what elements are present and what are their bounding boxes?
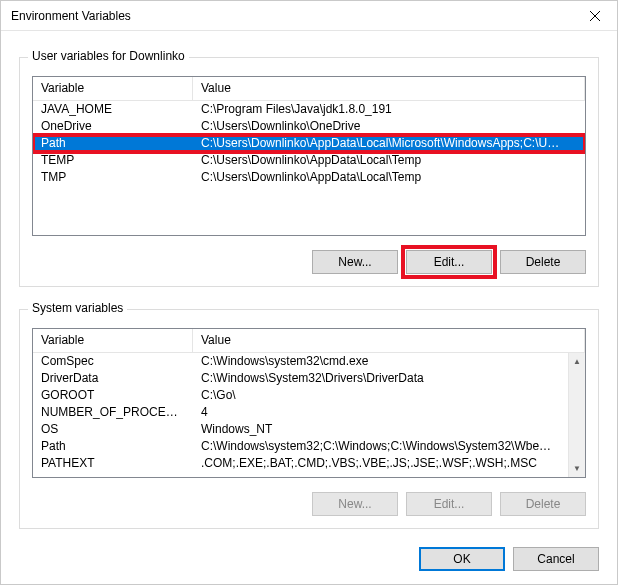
table-row[interactable]: OS Windows_NT: [33, 421, 568, 438]
user-variables-list[interactable]: Variable Value JAVA_HOME C:\Program File…: [32, 76, 586, 236]
list-header: Variable Value: [33, 329, 585, 353]
close-button[interactable]: [572, 1, 617, 31]
cell-variable: OS: [33, 421, 193, 438]
system-variables-list[interactable]: Variable Value ComSpec C:\Windows\system…: [32, 328, 586, 478]
cell-variable: TMP: [33, 169, 193, 186]
cell-value: C:\Users\Downlinko\AppData\Local\Microso…: [193, 135, 585, 152]
vertical-scrollbar[interactable]: ▲ ▼: [568, 353, 585, 477]
col-header-value[interactable]: Value: [193, 329, 585, 352]
table-row[interactable]: JAVA_HOME C:\Program Files\Java\jdk1.8.0…: [33, 101, 585, 118]
cell-variable: JAVA_HOME: [33, 101, 193, 118]
list-body: JAVA_HOME C:\Program Files\Java\jdk1.8.0…: [33, 101, 585, 235]
close-icon: [590, 11, 600, 21]
cell-value: C:\Users\Downlinko\AppData\Local\Temp: [193, 152, 585, 169]
list-header: Variable Value: [33, 77, 585, 101]
new-button[interactable]: New...: [312, 492, 398, 516]
table-row[interactable]: OneDrive C:\Users\Downlinko\OneDrive: [33, 118, 585, 135]
system-group-label: System variables: [28, 301, 127, 315]
cell-variable: GOROOT: [33, 387, 193, 404]
col-header-variable[interactable]: Variable: [33, 329, 193, 352]
table-row[interactable]: TMP C:\Users\Downlinko\AppData\Local\Tem…: [33, 169, 585, 186]
env-vars-dialog: Environment Variables User variables for…: [0, 0, 618, 585]
edit-button[interactable]: Edit...: [406, 492, 492, 516]
delete-button[interactable]: Delete: [500, 492, 586, 516]
dialog-content: User variables for Downlinko Variable Va…: [1, 31, 617, 585]
cell-value: C:\Go\: [193, 387, 568, 404]
system-button-row: New... Edit... Delete: [32, 492, 586, 516]
cell-value: 4: [193, 404, 568, 421]
cell-value: .COM;.EXE;.BAT;.CMD;.VBS;.VBE;.JS;.JSE;.…: [193, 455, 568, 472]
window-title: Environment Variables: [11, 9, 572, 23]
cell-value: C:\Users\Downlinko\AppData\Local\Temp: [193, 169, 585, 186]
table-row[interactable]: NUMBER_OF_PROCESSORS 4: [33, 404, 568, 421]
cell-variable: ComSpec: [33, 353, 193, 370]
table-row[interactable]: PATHEXT .COM;.EXE;.BAT;.CMD;.VBS;.VBE;.J…: [33, 455, 568, 472]
system-variables-group: System variables Variable Value ComSpec …: [19, 309, 599, 529]
dialog-button-row: OK Cancel: [19, 547, 599, 571]
user-group-label: User variables for Downlinko: [28, 49, 189, 63]
table-row[interactable]: Path C:\Windows\system32;C:\Windows;C:\W…: [33, 438, 568, 455]
col-header-value[interactable]: Value: [193, 77, 585, 100]
user-button-row: New... Edit... Delete: [32, 250, 586, 274]
cell-value: Windows_NT: [193, 421, 568, 438]
scroll-down-icon[interactable]: ▼: [569, 460, 585, 477]
table-row[interactable]: ComSpec C:\Windows\system32\cmd.exe: [33, 353, 568, 370]
table-row[interactable]: TEMP C:\Users\Downlinko\AppData\Local\Te…: [33, 152, 585, 169]
cell-variable: NUMBER_OF_PROCESSORS: [33, 404, 193, 421]
cell-value: C:\Windows\System32\Drivers\DriverData: [193, 370, 568, 387]
cell-value: C:\Windows\system32;C:\Windows;C:\Window…: [193, 438, 568, 455]
new-button[interactable]: New...: [312, 250, 398, 274]
user-variables-group: User variables for Downlinko Variable Va…: [19, 57, 599, 287]
cell-variable: TEMP: [33, 152, 193, 169]
delete-button[interactable]: Delete: [500, 250, 586, 274]
table-row[interactable]: GOROOT C:\Go\: [33, 387, 568, 404]
ok-button[interactable]: OK: [419, 547, 505, 571]
table-row-selected[interactable]: Path C:\Users\Downlinko\AppData\Local\Mi…: [33, 135, 585, 152]
cell-variable: Path: [33, 438, 193, 455]
cell-value: C:\Program Files\Java\jdk1.8.0_191: [193, 101, 585, 118]
cell-value: C:\Users\Downlinko\OneDrive: [193, 118, 585, 135]
cancel-button[interactable]: Cancel: [513, 547, 599, 571]
list-body: ComSpec C:\Windows\system32\cmd.exe Driv…: [33, 353, 585, 477]
scroll-up-icon[interactable]: ▲: [569, 353, 585, 370]
edit-button[interactable]: Edit...: [406, 250, 492, 274]
cell-variable: OneDrive: [33, 118, 193, 135]
cell-variable: DriverData: [33, 370, 193, 387]
table-row[interactable]: DriverData C:\Windows\System32\Drivers\D…: [33, 370, 568, 387]
cell-variable: PATHEXT: [33, 455, 193, 472]
col-header-variable[interactable]: Variable: [33, 77, 193, 100]
scroll-track[interactable]: [569, 370, 585, 460]
cell-value: C:\Windows\system32\cmd.exe: [193, 353, 568, 370]
titlebar: Environment Variables: [1, 1, 617, 31]
cell-variable: Path: [33, 135, 193, 152]
